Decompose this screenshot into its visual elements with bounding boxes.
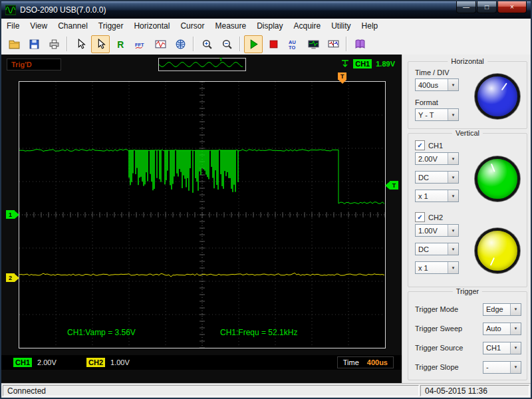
format-select[interactable]: Y - T ▼	[415, 108, 459, 121]
menu-channel[interactable]: Channel	[53, 19, 93, 33]
chevron-down-icon: ▼	[510, 362, 521, 373]
toolbar-separator	[239, 37, 241, 51]
app-icon	[5, 5, 16, 15]
timebase-readout: Time 400us	[337, 356, 394, 368]
horizontal-group-title: Horizontal	[448, 57, 487, 65]
title-bar[interactable]: DSO-2090 USB(7.0.0.0) — □ ×	[1, 1, 531, 19]
channel-bar: CH1 2.00V CH2 1.00V Time 400us	[1, 355, 402, 370]
ch2-zero-marker[interactable]: 2	[6, 273, 19, 282]
refresh-button[interactable]: R	[111, 35, 130, 53]
cursor-tool-button[interactable]	[71, 35, 90, 53]
chevron-down-icon: ▼	[510, 304, 521, 315]
knob-ch2[interactable]	[475, 228, 520, 273]
chevron-down-icon: ▼	[510, 342, 521, 354]
trigger-slope-label: Trigger Slope	[415, 363, 459, 371]
ch2-probe-select[interactable]: x 1 ▼	[415, 261, 459, 274]
start-button[interactable]	[244, 35, 263, 53]
toolbar: RFFTAUTO	[1, 33, 531, 55]
waveform-preview[interactable]: T	[158, 58, 246, 71]
open-button[interactable]	[5, 35, 23, 53]
ch1-zero-marker[interactable]: 1	[6, 210, 19, 219]
checkbox-icon: ✓	[415, 212, 425, 222]
menu-acquire[interactable]: Acquire	[289, 19, 327, 33]
trigger-group: Trigger Trigger ModeEdge▼Trigger SweepAu…	[408, 291, 527, 380]
ch2-badge: CH2	[86, 358, 105, 367]
knob-pointer	[491, 164, 495, 172]
control-panel: Horizontal Time / DIV 400us ▼ Format Y -…	[402, 55, 531, 383]
trigger-mode-row: Trigger ModeEdge▼	[415, 303, 521, 316]
menu-utility[interactable]: Utility	[326, 19, 356, 33]
select-tool-button[interactable]	[91, 35, 110, 53]
trigger-source-select[interactable]: CH1▼	[483, 342, 521, 354]
trigger-info: CH1 1.89V	[341, 59, 395, 69]
zoom-in-button[interactable]	[198, 35, 216, 53]
help-button[interactable]	[350, 35, 369, 53]
chevron-down-icon: ▼	[448, 172, 458, 183]
ch1-enable-checkbox[interactable]: ✓ CH1	[415, 140, 443, 150]
ch1-scale-value: 2.00V	[37, 358, 57, 366]
trigger-mode-select[interactable]: Edge▼	[483, 303, 521, 316]
knob-horizontal[interactable]	[475, 74, 520, 119]
trigger-slope-row: Trigger Slope-▼	[415, 360, 521, 374]
trigger-status: Trig'D	[7, 59, 61, 70]
connection-status: Connected	[3, 385, 419, 396]
knob-ch1[interactable]	[475, 156, 520, 201]
scope-display: 1 2 T T CH1:Vamp = 3.56V CH1:Frequ = 52.…	[19, 81, 386, 348]
save-button[interactable]	[25, 35, 43, 53]
autoset-button[interactable]: AUTO	[284, 35, 303, 53]
menu-trigger[interactable]: Trigger	[93, 19, 129, 33]
menu-cursor[interactable]: Cursor	[175, 19, 209, 33]
menu-bar: FileViewChannelTriggerHorizontalCursorMe…	[1, 19, 531, 34]
timebase-select[interactable]: 400us ▼	[415, 78, 459, 91]
minimize-button[interactable]: —	[456, 1, 476, 13]
network-button[interactable]	[171, 35, 190, 53]
chevron-down-icon: ▼	[448, 109, 458, 120]
knob-pointer	[490, 257, 495, 266]
ch1-volts-select[interactable]: 2.00V ▼	[415, 152, 459, 165]
trigger-sweep-row: Trigger SweepAuto▼	[415, 322, 521, 335]
toolbar-separator	[66, 37, 68, 51]
menu-file[interactable]: File	[1, 19, 25, 33]
trigger-source-label: Trigger Source	[415, 344, 463, 352]
menu-view[interactable]: View	[25, 19, 53, 33]
checkbox-icon: ✓	[415, 140, 425, 150]
horizontal-group: Horizontal Time / DIV 400us ▼ Format Y -…	[408, 61, 527, 129]
measurement-vamp: CH1:Vamp = 3.56V	[67, 328, 136, 337]
fft-button[interactable]: FFT	[131, 35, 150, 53]
main-area: Trig'D T CH1 1.89V 1	[1, 55, 531, 383]
waveform-window-button[interactable]	[151, 35, 170, 53]
trigger-slope-select[interactable]: -▼	[483, 361, 521, 374]
display-single-button[interactable]	[304, 35, 323, 53]
measurement-freq: CH1:Frequ = 52.1kHz	[220, 328, 297, 337]
trigger-source-row: Trigger SourceCH1▼	[415, 341, 521, 354]
chevron-down-icon: ▼	[448, 190, 458, 201]
menu-display[interactable]: Display	[251, 19, 288, 33]
close-button[interactable]: ×	[497, 1, 527, 13]
svg-text:R: R	[117, 39, 124, 49]
trigger-level-value: 1.89V	[376, 60, 395, 68]
trigger-sweep-select[interactable]: Auto▼	[483, 323, 521, 335]
ch2-coupling-select[interactable]: DC ▼	[415, 243, 459, 255]
preview-trigger-marker: T	[219, 57, 222, 62]
combo-value: -	[483, 363, 510, 371]
display-split-button[interactable]	[324, 35, 342, 53]
zoom-out-button[interactable]	[217, 35, 236, 53]
stop-button[interactable]	[264, 35, 283, 53]
menu-help[interactable]: Help	[356, 19, 384, 33]
combo-value: CH1	[483, 344, 510, 352]
status-bar: Connected 04-05-2015 11:36	[1, 383, 531, 398]
menu-horizontal[interactable]: Horizontal	[128, 19, 175, 33]
menu-measure[interactable]: Measure	[209, 19, 251, 33]
vertical-group: Vertical ✓ CH1 2.00V ▼ DC ▼ x 1 ▼	[408, 133, 527, 287]
ch1-coupling-select[interactable]: DC ▼	[415, 171, 459, 184]
print-button[interactable]	[45, 35, 63, 53]
scope-region: Trig'D T CH1 1.89V 1	[1, 55, 402, 383]
maximize-button[interactable]: □	[477, 1, 497, 13]
trigger-position-marker[interactable]: T	[338, 72, 346, 84]
vertical-group-title: Vertical	[452, 129, 483, 137]
ch2-volts-select[interactable]: 1.00V ▼	[415, 224, 459, 237]
ch1-probe-select[interactable]: x 1 ▼	[415, 190, 459, 202]
trigger-level-marker[interactable]: T	[385, 181, 398, 190]
ch2-readout: CH2 1.00V	[86, 358, 130, 367]
ch2-enable-checkbox[interactable]: ✓ CH2	[415, 212, 443, 222]
